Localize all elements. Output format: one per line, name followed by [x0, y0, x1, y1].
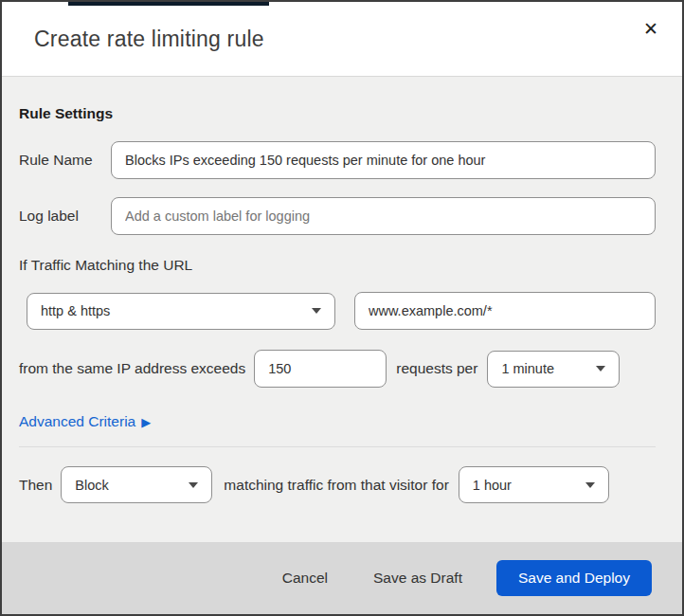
threshold-row: from the same IP address exceeds request… [19, 350, 656, 388]
save-as-draft-button[interactable]: Save as Draft [369, 562, 466, 594]
background-page-strip [68, 2, 269, 6]
scheme-select-value: http & https [41, 303, 110, 318]
create-rate-limiting-rule-dialog: Create rate limiting rule ✕ Rule Setting… [0, 0, 684, 616]
url-match-row: http & https [27, 292, 656, 330]
threshold-prefix-text: from the same IP address exceeds [19, 360, 245, 377]
traffic-match-intro: If Traffic Matching the URL [19, 257, 656, 274]
save-and-deploy-button[interactable]: Save and Deploy [496, 560, 652, 596]
rule-name-label: Rule Name [19, 152, 111, 169]
rule-name-input[interactable] [111, 141, 656, 179]
then-label: Then [19, 477, 52, 494]
then-action-row: Then Block matching traffic from that vi… [19, 466, 656, 503]
dialog-footer: Cancel Save as Draft Save and Deploy [2, 542, 682, 614]
duration-select[interactable]: 1 hour [459, 466, 609, 503]
threshold-suffix-text: requests per [396, 360, 477, 377]
scheme-select[interactable]: http & https [27, 293, 335, 330]
caret-down-icon [312, 308, 321, 314]
log-label-input[interactable] [111, 197, 656, 235]
action-select-value: Block [75, 478, 108, 493]
caret-down-icon [596, 366, 605, 371]
advanced-criteria-label: Advanced Criteria [19, 413, 135, 430]
rule-name-row: Rule Name [19, 141, 656, 179]
caret-down-icon [189, 482, 198, 488]
duration-select-value: 1 hour [473, 478, 512, 493]
dialog-header: Create rate limiting rule ✕ [2, 2, 682, 77]
close-icon[interactable]: ✕ [637, 15, 665, 44]
arrow-right-icon: ▶ [141, 415, 151, 429]
log-label-label: Log label [19, 208, 111, 225]
then-middle-text: matching traffic from that visitor for [224, 477, 448, 494]
section-divider [19, 446, 656, 447]
request-threshold-input[interactable] [254, 350, 387, 388]
period-select-value: 1 minute [501, 361, 554, 376]
dialog-body: Rule Settings Rule Name Log label If Tra… [2, 77, 682, 542]
dialog-title: Create rate limiting rule [34, 27, 264, 52]
url-pattern-input[interactable] [354, 292, 656, 330]
rule-settings-heading: Rule Settings [19, 105, 656, 122]
period-select[interactable]: 1 minute [487, 351, 620, 388]
cancel-button[interactable]: Cancel [279, 562, 332, 594]
caret-down-icon [585, 482, 595, 488]
log-label-row: Log label [19, 197, 656, 235]
action-select[interactable]: Block [61, 466, 212, 503]
advanced-criteria-link[interactable]: Advanced Criteria ▶ [19, 413, 151, 430]
